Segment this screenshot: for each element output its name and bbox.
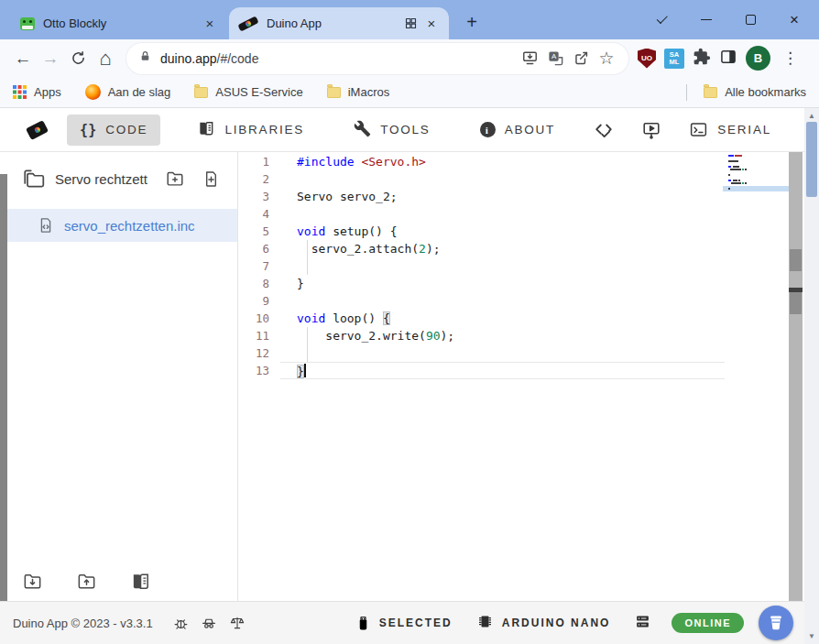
code-line[interactable]: servo_2.attach(2); [280, 240, 725, 257]
lock-icon[interactable] [139, 49, 151, 67]
code-line[interactable] [280, 257, 725, 275]
reload-button[interactable] [64, 45, 92, 72]
scrollbar-thumb[interactable] [790, 249, 802, 271]
donate-coffee-button[interactable] [759, 606, 793, 640]
minimize-button[interactable] [696, 10, 716, 30]
server-status-icon[interactable] [634, 613, 651, 634]
examples-book-button[interactable] [130, 571, 151, 595]
code-line[interactable]: void setup() { [280, 223, 725, 240]
tab-strip: Otto Blockly × Duino App × + × [0, 0, 819, 39]
extensions-area: UO SAML B ⋮ [638, 46, 805, 71]
code-editor[interactable]: 12345678910111213 #include <Servo.h>Serv… [238, 152, 789, 601]
nav-tab-tools[interactable]: TOOLS [341, 113, 443, 147]
import-project-button[interactable] [22, 571, 43, 595]
tab-otto-blockly[interactable]: Otto Blockly × [11, 7, 227, 39]
upload-run-button[interactable] [639, 115, 663, 146]
nav-tab-libraries[interactable]: LIBRARIES [184, 112, 317, 147]
privacy-incognito-icon[interactable] [201, 615, 217, 631]
serial-button[interactable]: SERIAL [687, 115, 773, 145]
status-right: SELECTED ARDUINO NANO ONLINE [355, 606, 819, 640]
saml-extension-icon[interactable]: SAML [664, 49, 684, 69]
verify-code-button[interactable] [592, 115, 616, 146]
book-icon [197, 119, 215, 140]
tab-title: Otto Blockly [43, 16, 202, 30]
page-scrollbar-thumb[interactable] [806, 122, 817, 197]
url-text: duino.app/#/code [160, 51, 517, 66]
translate-icon[interactable]: A [542, 46, 568, 71]
bookmark-star-icon[interactable]: ☆ [594, 46, 619, 71]
bookmark-folder-imacros[interactable]: iMacros [327, 85, 390, 99]
minimap-content[interactable] [725, 152, 789, 601]
nav-tab-about[interactable]: i ABOUT [467, 115, 569, 145]
bookmark-folder-asus[interactable]: ASUS E-Service [194, 85, 302, 99]
app-navbar: {} CODE LIBRARIES TOOLS i ABOUT [0, 108, 804, 152]
bookmark-apps[interactable]: Apps [13, 85, 61, 99]
code-line[interactable]: void loop() { [280, 310, 725, 327]
new-tab-button[interactable]: + [460, 10, 484, 34]
scroll-up-arrow[interactable]: ▲ [804, 112, 819, 120]
code-line[interactable]: servo_2.write(90); [280, 327, 725, 344]
chip-icon [476, 613, 494, 634]
info-icon: i [480, 122, 496, 137]
maximize-button[interactable] [740, 10, 760, 30]
line-number: 4 [238, 205, 280, 223]
tab-group-grid-icon[interactable] [404, 16, 418, 30]
page-scrollbar[interactable]: ▲ ▼ [804, 108, 819, 644]
debug-bug-icon[interactable] [173, 616, 189, 631]
bookmark-aan-de-slag[interactable]: Aan de slag [85, 84, 171, 100]
scrollbar-thumb[interactable] [790, 292, 802, 314]
code-lines[interactable]: #include <Servo.h>Servo servo_2;void set… [280, 152, 725, 601]
line-number: 11 [238, 327, 280, 344]
install-app-icon[interactable] [517, 46, 542, 71]
license-scale-icon[interactable] [229, 615, 246, 631]
editor-scrollbar[interactable] [789, 152, 803, 601]
line-number: 10 [238, 310, 280, 327]
window-close-button[interactable]: × [784, 10, 804, 30]
extensions-puzzle-icon[interactable] [693, 48, 711, 70]
scroll-down-arrow[interactable]: ▼ [804, 632, 819, 640]
port-status-label: SELECTED [379, 617, 453, 629]
minimap-line [725, 185, 789, 187]
profile-avatar[interactable]: B [746, 46, 770, 71]
back-button[interactable]: ← [9, 45, 37, 72]
forward-button[interactable]: → [37, 45, 64, 72]
new-folder-button[interactable] [165, 169, 185, 189]
file-name: servo_rechtzetten.inc [64, 218, 195, 234]
nav-tab-code[interactable]: {} CODE [67, 115, 160, 146]
minimap-line [725, 171, 789, 173]
line-number: 1 [238, 153, 280, 170]
file-item-selected[interactable]: servo_rechtzetten.inc [0, 209, 237, 242]
code-line[interactable] [280, 344, 725, 362]
ublock-extension-icon[interactable]: UO [638, 49, 656, 69]
share-icon[interactable] [568, 46, 594, 71]
background-strip [0, 174, 7, 601]
code-line[interactable] [280, 292, 725, 310]
code-line[interactable] [280, 205, 725, 223]
export-project-button[interactable] [76, 571, 97, 595]
all-bookmarks[interactable]: Alle bookmarks [686, 84, 806, 101]
window-menu-chevron-icon[interactable] [652, 10, 672, 30]
status-bar: Duino App © 2023 - v3.3.1 SELECTED ARDUI… [0, 601, 819, 644]
minimap-line [725, 188, 789, 190]
bookmarks-bar: Apps Aan de slag ASUS E-Service iMacros … [0, 77, 819, 108]
line-number: 5 [238, 223, 280, 240]
apps-grid-icon [13, 85, 27, 99]
code-line[interactable]: } [280, 275, 725, 292]
home-button[interactable]: ⌂ [92, 45, 119, 72]
braces-icon: {} [80, 122, 96, 138]
browser-menu-icon[interactable]: ⋮ [779, 49, 805, 68]
code-line[interactable]: } [280, 362, 725, 379]
line-number: 6 [238, 240, 280, 257]
side-panel-icon[interactable] [719, 48, 737, 70]
code-check-icon [594, 120, 614, 140]
new-file-button[interactable] [202, 169, 221, 189]
address-bar[interactable]: duino.app/#/code A ☆ [126, 43, 628, 74]
folders-icon [22, 167, 46, 191]
code-line[interactable] [280, 170, 725, 188]
tab-close-icon[interactable]: × [202, 16, 218, 32]
code-line[interactable]: Servo servo_2; [280, 188, 725, 205]
tab-duino-app[interactable]: Duino App × [229, 7, 449, 39]
tab-close-icon[interactable]: × [423, 16, 440, 32]
tab-title: Duino App [267, 16, 399, 30]
code-line[interactable]: #include <Servo.h> [280, 153, 725, 170]
